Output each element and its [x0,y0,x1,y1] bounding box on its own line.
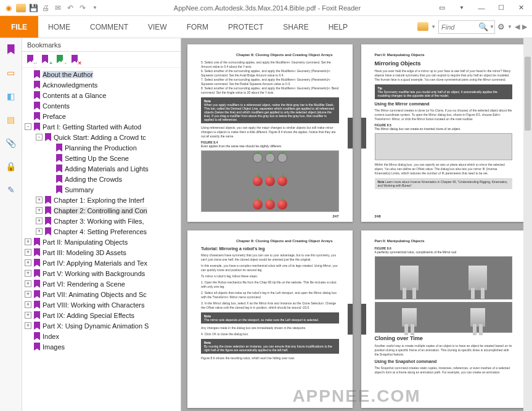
qat-dropdown-icon[interactable]: ▼ [90,3,100,13]
scrollbar-v[interactable] [523,38,532,411]
bm-tool-goto[interactable]: → [57,55,67,65]
bookmark-icon [45,133,51,141]
expand-toggle[interactable]: + [25,322,31,329]
bookmark-item[interactable]: Setting Up the Scene [22,153,181,163]
bookmark-item[interactable]: +Part VIII: Working with Characters [22,299,181,310]
bookmark-item[interactable]: +Chapter 1: Exploring the Interf [22,195,181,205]
tab-view[interactable]: VIEW [138,16,177,38]
print-icon[interactable]: 🖨 [41,3,51,13]
minimize-icon[interactable]: — [474,2,489,14]
ribbon-menu-icon[interactable]: ▼ [454,2,469,14]
bookmark-item[interactable]: Contents [22,100,181,111]
tab-comment[interactable]: COMMENT [80,16,138,38]
bookmark-item[interactable]: Adding the Crowds [22,174,181,184]
page-247: Chapter 8: Cloning Objects and Creating … [187,44,353,222]
bookmark-item[interactable]: Contents at a Glance [22,90,181,100]
sidetab-attachments[interactable]: 📎 [4,136,18,150]
bookmark-item[interactable]: +Part X: Using Dynamic Animation S [22,320,181,331]
expand-toggle[interactable]: - [36,134,43,140]
search-icon[interactable]: 🔍 [478,22,488,31]
bookmark-item[interactable]: +Part II: Manipulating Objects [22,237,181,247]
next-icon[interactable]: ▶ [522,23,527,31]
expand-toggle[interactable]: + [25,291,31,298]
expand-toggle[interactable]: + [25,280,31,287]
bookmark-icon [56,185,62,193]
expand-toggle[interactable]: + [36,197,43,203]
expand-toggle [25,113,31,120]
bookmark-item[interactable]: +Part IX: Adding Special Effects [22,310,181,320]
bm-tool-expand[interactable]: ↔ [27,55,37,65]
tab-home[interactable]: HOME [38,16,80,38]
expand-toggle[interactable]: + [25,259,31,266]
mail-icon[interactable]: ✉ [53,3,63,13]
tab-form[interactable]: FORM [177,16,218,38]
undo-icon[interactable]: ↶ [65,3,75,13]
file-tab[interactable]: FILE [0,16,38,38]
bookmark-label: Chapter 2: Controlling and Con [54,207,147,214]
bookmark-icon [34,102,40,110]
expand-toggle[interactable]: + [36,218,43,224]
bookmark-item[interactable]: +Chapter 3: Working with Files, [22,216,181,226]
bookmark-item[interactable]: +Chapter 4: Setting Preferences [22,226,181,237]
bookmark-item[interactable]: Planning the Production [22,142,181,153]
save-icon[interactable]: 💾 [28,3,38,13]
bookmark-item[interactable]: Preface [22,111,181,121]
search-input[interactable] [441,23,478,31]
side-tabs: ▭ ◧ ▤ 📎 🔒 ✎ [0,38,22,411]
bookmark-item[interactable]: About the Author [22,69,181,79]
sidetab-signatures[interactable]: ✎ [4,182,18,197]
bookmark-item[interactable]: +Part V: Working with Backgrounds [22,268,181,279]
sidetab-bookmarks[interactable] [4,42,18,57]
expand-toggle[interactable]: + [25,270,31,277]
expand-toggle[interactable]: + [25,312,31,319]
bookmark-item[interactable]: +Part VII: Animating Objects and Sc [22,289,181,299]
sidetab-layers[interactable]: ◧ [4,89,18,104]
sidetab-pages[interactable]: ▭ [4,65,18,80]
expand-toggle[interactable]: + [25,249,31,256]
sidetab-security[interactable]: 🔒 [4,159,18,174]
bm-tool-add[interactable]: + [42,55,52,65]
bookmark-icon [34,248,40,256]
expand-toggle[interactable]: + [36,228,43,235]
document-viewer[interactable]: Chapter 8: Cloning Objects and Creating … [181,38,532,411]
redo-icon[interactable]: ↷ [78,3,88,13]
bookmark-item[interactable]: +Part IV: Applying Materials and Tex [22,258,181,268]
bookmark-item[interactable]: +Part III: Modeling 3D Assets [22,247,181,258]
tab-protect[interactable]: PROTECT [218,16,273,38]
tab-help[interactable]: HELP [319,16,358,38]
bookmark-item[interactable]: Images [22,341,181,352]
expand-toggle[interactable]: + [25,301,31,308]
maximize-icon[interactable]: ☐ [494,2,509,14]
expand-toggle [47,165,54,172]
close-icon[interactable]: ✕ [514,2,528,14]
bookmark-item[interactable]: Adding Materials and Lights [22,163,181,174]
expand-toggle[interactable]: + [25,238,31,245]
ribbon-toggle-icon[interactable]: ▭ [435,2,449,14]
bookmark-item[interactable]: -Quick Start: Adding a Crowd tc [22,132,181,142]
open-icon[interactable] [16,3,26,13]
expand-toggle[interactable]: + [36,207,43,214]
search-box[interactable]: 🔍 ▼ [438,20,495,34]
folder-icon[interactable] [417,22,428,32]
bookmark-item[interactable]: Acknowledgments [22,79,181,90]
bookmark-item[interactable]: +Chapter 2: Controlling and Con [22,205,181,216]
bookmark-item[interactable]: -Part I: Getting Started with Autod [22,121,181,132]
figure-robot-2 [375,302,513,333]
gear-icon[interactable]: ⚙ [497,22,505,31]
bm-tool-delete[interactable]: ✕ [72,55,81,65]
sidetab-comments[interactable]: ▤ [4,112,18,127]
bookmark-label: Summary [65,186,94,193]
page-248: Part II: Manipulating Objects Mirroring … [361,44,526,222]
bookmark-icon [34,112,40,120]
bookmarks-tree[interactable]: About the AuthorAcknowledgmentsContents … [22,68,181,411]
bookmark-item[interactable]: Summary [22,184,181,195]
bookmark-item[interactable]: Index [22,331,181,341]
expand-toggle [47,155,54,161]
tab-share[interactable]: SHARE [273,16,318,38]
expand-toggle[interactable]: - [25,123,31,130]
bookmark-label: About the Author [43,71,93,78]
bookmark-item[interactable]: +Part VI: Rendering a Scene [22,279,181,289]
bookmark-label: Part V: Working with Backgrounds [43,270,145,277]
bookmark-label: Contents [43,102,70,110]
prev-icon[interactable]: ◀ [515,23,520,31]
